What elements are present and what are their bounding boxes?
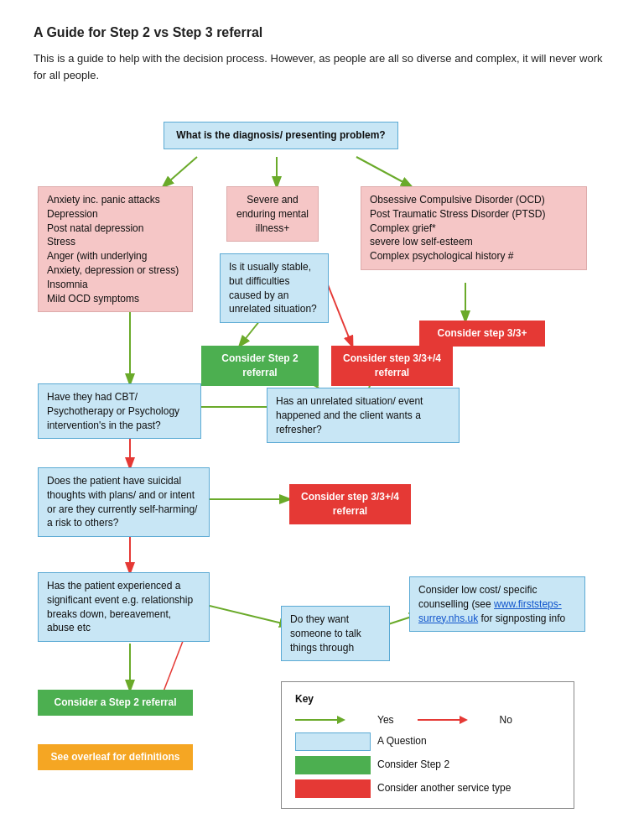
- svg-line-4: [240, 321, 260, 346]
- svg-line-2: [356, 157, 411, 186]
- key-title: Key: [295, 692, 560, 706]
- do-they-want-box: Do they want someone to talk things thro…: [281, 606, 390, 661]
- key-yes-label: Yes: [377, 713, 394, 727]
- middle-conditions-box: Severe and enduring mental illness+: [226, 186, 319, 242]
- suicidal-question-box: Does the patient have suicidal thoughts …: [38, 467, 210, 537]
- consider-step3-4-box-1: Consider step 3/3+/4 referral: [331, 346, 453, 386]
- patient-experienced-box: Has the patient experienced a significan…: [38, 572, 210, 642]
- svg-line-5: [327, 283, 352, 346]
- have-they-had-cbt-box: Have they had CBT/ Psychotherapy or Psyc…: [38, 383, 201, 439]
- right-conditions-box: Obsessive Compulsive Disorder (OCD)Post …: [361, 186, 587, 270]
- consider-step3-right-box: Consider step 3/3+: [419, 321, 545, 347]
- key-question-label: A Question: [377, 734, 427, 748]
- consider-step3-4-box-2: Consider step 3/3+/4 referral: [289, 484, 411, 524]
- is-it-stable-box: Is it usually stable, but difficulties c…: [220, 253, 329, 323]
- consider-low-cost-box: Consider low cost/ specific counselling …: [409, 576, 585, 632]
- svg-line-0: [164, 157, 197, 186]
- left-conditions-box: Anxiety inc. panic attacksDepressionPost…: [38, 186, 193, 312]
- flowchart: What is the diagnosis/ presenting proble…: [34, 107, 604, 834]
- key-step2-label: Consider Step 2: [377, 758, 449, 772]
- key-other-label: Consider another service type: [377, 781, 511, 795]
- see-overleaf-box: See overleaf for definitions: [38, 744, 193, 770]
- key-no-label: No: [500, 713, 512, 727]
- svg-line-13: [210, 606, 289, 625]
- consider-step2-box-2: Consider a Step 2 referral: [38, 690, 193, 716]
- top-question-box: What is the diagnosis/ presenting proble…: [164, 122, 398, 149]
- unrelated-situation-box: Has an unrelated situation/ event happen…: [267, 388, 460, 443]
- key-box: Key Yes No A Question Consider Step 2: [281, 681, 574, 809]
- page-title: A Guide for Step 2 vs Step 3 referral: [34, 25, 610, 40]
- intro-text: This is a guide to help with the decisio…: [34, 50, 610, 83]
- consider-step2-box-1: Consider Step 2 referral: [201, 346, 319, 386]
